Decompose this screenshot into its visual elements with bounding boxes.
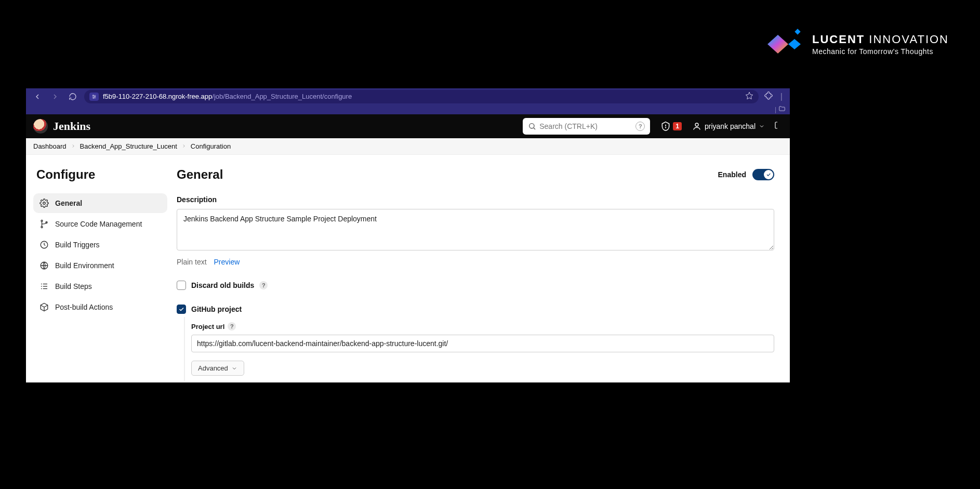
jenkins-title: Jenkins xyxy=(53,120,90,133)
content-area: Configure General Source Code Management… xyxy=(26,155,790,382)
sidebar-item-label: General xyxy=(55,199,82,207)
discard-old-builds-row: Discard old builds ? xyxy=(177,281,774,290)
github-checkbox[interactable] xyxy=(177,305,186,314)
svg-point-5 xyxy=(95,96,96,97)
github-project-details: Project url ? Advanced xyxy=(184,317,774,381)
chevron-down-icon xyxy=(231,365,237,372)
brand-name-bold: LUCENT xyxy=(812,33,865,46)
svg-line-8 xyxy=(534,128,535,129)
browser-window: f5b9-110-227-210-68.ngrok-free.app/job/B… xyxy=(26,88,790,382)
sidebar: Configure General Source Code Management… xyxy=(26,155,171,382)
cube-icon xyxy=(39,302,49,312)
reload-button[interactable] xyxy=(67,90,79,103)
svg-point-6 xyxy=(93,97,94,98)
jenkins-logo[interactable]: Jenkins xyxy=(33,119,90,134)
svg-point-14 xyxy=(41,227,43,228)
user-menu[interactable]: priyank panchal xyxy=(692,122,765,131)
sidebar-item-postbuild[interactable]: Post-build Actions xyxy=(33,297,167,317)
user-avatar-icon xyxy=(692,122,701,131)
sidebar-item-label: Source Code Management xyxy=(55,220,142,228)
jenkins-header: Jenkins ? 1 priyank panchal xyxy=(26,114,790,138)
advanced-label: Advanced xyxy=(198,364,228,372)
chevron-right-icon xyxy=(181,142,187,150)
description-textarea[interactable] xyxy=(177,209,774,250)
svg-point-7 xyxy=(529,124,534,128)
sidebar-item-label: Build Environment xyxy=(55,261,114,270)
github-project-row: GitHub project xyxy=(177,305,774,314)
chevron-right-icon xyxy=(71,142,76,150)
discard-label: Discard old builds xyxy=(191,281,254,289)
address-bar[interactable]: f5b9-110-227-210-68.ngrok-free.app/job/B… xyxy=(84,90,759,103)
alerts-button[interactable]: 1 xyxy=(660,121,682,131)
url-path: /job/Backend_App_Structure_Lucent/config… xyxy=(212,92,352,100)
svg-point-11 xyxy=(695,123,698,126)
svg-point-13 xyxy=(41,220,43,222)
svg-point-12 xyxy=(43,202,46,205)
page-title: General xyxy=(177,167,223,182)
breadcrumb-job[interactable]: Backend_App_Structure_Lucent xyxy=(80,142,177,150)
sidebar-item-environment[interactable]: Build Environment xyxy=(33,256,167,275)
forward-button[interactable] xyxy=(49,90,61,103)
toggle-knob xyxy=(764,170,773,179)
sidebar-item-label: Build Triggers xyxy=(55,241,100,249)
bookmark-star-icon[interactable] xyxy=(745,91,753,101)
logout-button[interactable] xyxy=(774,121,783,131)
sidebar-item-label: Post-build Actions xyxy=(55,303,113,311)
clock-icon xyxy=(39,240,49,249)
enabled-label: Enabled xyxy=(718,170,746,179)
discard-checkbox[interactable] xyxy=(177,281,186,290)
sidebar-item-label: Build Steps xyxy=(55,282,92,290)
preview-link[interactable]: Preview xyxy=(214,258,240,266)
brand-tagline: Mechanic for Tomorrow's Thoughts xyxy=(812,47,949,56)
search-icon xyxy=(528,122,536,130)
steps-icon xyxy=(39,282,49,291)
enabled-toggle-group: Enabled xyxy=(718,169,774,180)
sidebar-title: Configure xyxy=(36,167,167,182)
back-button[interactable] xyxy=(31,90,44,103)
sidebar-item-triggers[interactable]: Build Triggers xyxy=(33,235,167,255)
plain-text-label: Plain text xyxy=(177,258,207,266)
breadcrumb: Dashboard Backend_App_Structure_Lucent C… xyxy=(26,138,790,155)
sidebar-item-general[interactable]: General xyxy=(33,193,167,213)
enabled-toggle[interactable] xyxy=(752,169,774,180)
breadcrumb-dashboard[interactable]: Dashboard xyxy=(33,142,67,150)
brand-logo: LUCENT INNOVATION Mechanic for Tomorrow'… xyxy=(763,29,949,60)
brand-mark-icon xyxy=(763,29,805,60)
site-settings-icon[interactable] xyxy=(89,92,99,101)
breadcrumb-configuration[interactable]: Configuration xyxy=(191,142,231,150)
jenkins-logo-icon xyxy=(33,119,48,134)
branch-icon xyxy=(39,219,49,229)
search-help-icon[interactable]: ? xyxy=(635,122,645,131)
advanced-button[interactable]: Advanced xyxy=(191,361,244,376)
alert-count-badge: 1 xyxy=(673,122,682,130)
search-input[interactable] xyxy=(539,122,635,130)
svg-rect-0 xyxy=(794,29,800,34)
project-url-label: Project url xyxy=(191,323,224,331)
browser-bookmarks-bar: | xyxy=(26,104,790,114)
gear-icon xyxy=(39,199,49,208)
globe-icon xyxy=(39,261,49,270)
main-panel: General Enabled Description Plain text P… xyxy=(171,155,790,382)
extensions-icon[interactable] xyxy=(764,91,773,102)
sidebar-item-steps[interactable]: Build Steps xyxy=(33,276,167,296)
svg-point-4 xyxy=(93,95,94,96)
svg-point-10 xyxy=(666,127,666,128)
url-host: f5b9-110-227-210-68.ngrok-free.app xyxy=(103,92,212,100)
user-name: priyank panchal xyxy=(705,122,756,130)
search-box[interactable]: ? xyxy=(523,118,650,135)
help-icon[interactable]: ? xyxy=(228,322,236,331)
help-icon[interactable]: ? xyxy=(259,281,268,289)
bookmarks-folder-icon[interactable] xyxy=(778,105,786,114)
github-label: GitHub project xyxy=(191,305,242,313)
sidebar-item-scm[interactable]: Source Code Management xyxy=(33,214,167,234)
project-url-input[interactable] xyxy=(191,335,774,352)
brand-name-light: INNOVATION xyxy=(869,33,949,46)
description-label: Description xyxy=(177,195,774,204)
chevron-down-icon xyxy=(759,123,765,129)
browser-toolbar: f5b9-110-227-210-68.ngrok-free.app/job/B… xyxy=(26,88,790,104)
shield-alert-icon xyxy=(660,121,671,131)
